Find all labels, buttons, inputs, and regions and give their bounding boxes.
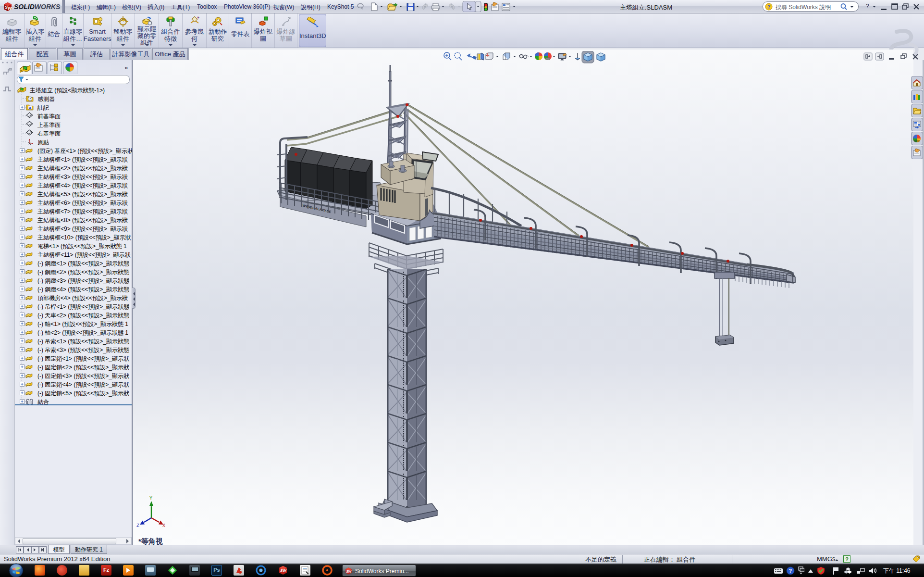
svg-text:SW: SW bbox=[280, 568, 287, 573]
svg-text:*: * bbox=[198, 16, 199, 20]
svg-text:Y: Y bbox=[149, 496, 152, 501]
svg-text:W: W bbox=[8, 6, 12, 11]
svg-text:Z: Z bbox=[136, 523, 139, 528]
svg-text:?: ? bbox=[789, 568, 792, 574]
svg-text:X: X bbox=[162, 523, 165, 528]
svg-text:*等角視: *等角視 bbox=[138, 537, 163, 545]
svg-text:SW: SW bbox=[346, 570, 351, 573]
svg-text:?: ? bbox=[767, 4, 771, 10]
